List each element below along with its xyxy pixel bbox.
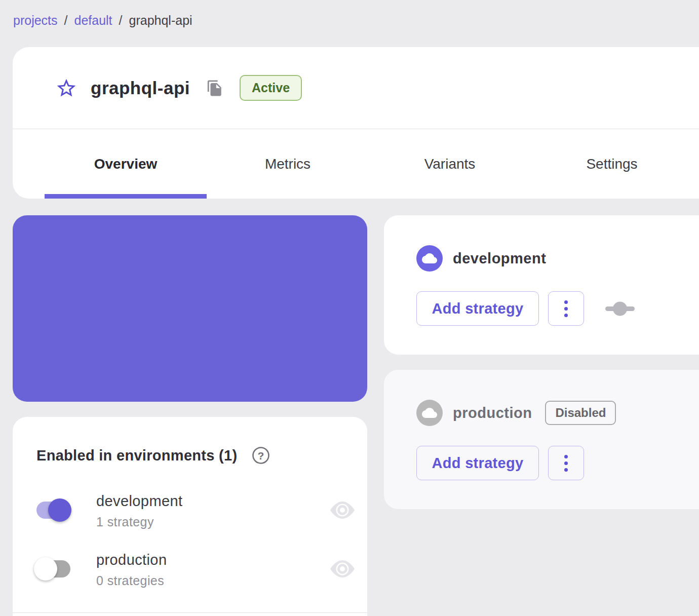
- feature-toggle-page: projects / default / graphql-api graphql…: [0, 0, 699, 616]
- environment-header: development: [416, 245, 546, 272]
- environment-name: development: [453, 250, 546, 267]
- strategy-indicator-icon: [605, 299, 635, 318]
- status-badge: Active: [240, 75, 302, 101]
- breadcrumb-separator: /: [119, 13, 123, 28]
- favorite-button[interactable]: [55, 77, 77, 99]
- tab-metrics[interactable]: Metrics: [207, 129, 369, 199]
- environment-header: production Disabled: [416, 400, 616, 426]
- environment-actions: Add strategy: [416, 291, 635, 326]
- environment-avatar: [416, 245, 443, 272]
- eye-icon[interactable]: [330, 560, 355, 580]
- toggle-thumb: [34, 557, 57, 581]
- tab-label: Metrics: [265, 156, 310, 172]
- copy-name-button[interactable]: [206, 80, 223, 97]
- feature-title: graphql-api: [91, 78, 190, 98]
- cloud-icon: [422, 251, 437, 266]
- active-tab-indicator: [45, 194, 207, 199]
- environment-avatar: [416, 400, 443, 426]
- environment-row-strategies: 1 strategy: [96, 515, 154, 529]
- environment-row-strategies: 0 strategies: [96, 573, 164, 588]
- card-bottom-divider: [13, 612, 367, 613]
- add-strategy-button[interactable]: Add strategy: [416, 291, 539, 326]
- environment-row-name: production: [96, 552, 167, 568]
- tab-label: Settings: [586, 156, 637, 172]
- add-strategy-button[interactable]: Add strategy: [416, 446, 539, 480]
- breadcrumb: projects / default / graphql-api: [13, 13, 192, 28]
- disabled-badge: Disabled: [545, 401, 616, 425]
- feature-header-row: graphql-api Active: [13, 47, 699, 129]
- toggle-production[interactable]: [36, 560, 70, 578]
- release-toggle-card: Release toggle Project: default No descr…: [13, 215, 367, 402]
- feature-header-card: graphql-api Active Overview Metrics Vari…: [13, 47, 699, 199]
- environment-card-production: production Disabled Add strategy: [384, 370, 699, 509]
- breadcrumb-current: graphql-api: [129, 13, 192, 28]
- kebab-dot: [564, 314, 568, 317]
- environment-menu-button[interactable]: [548, 291, 584, 326]
- tab-settings[interactable]: Settings: [531, 129, 693, 199]
- enabled-environments-title: Enabled in environments (1): [36, 447, 237, 464]
- breadcrumb-link-projects[interactable]: projects: [13, 13, 58, 28]
- enabled-environments-card: Enabled in environments (1) ? developmen…: [13, 417, 367, 616]
- star-outline-icon: [55, 77, 77, 99]
- environment-row-name: development: [96, 493, 182, 510]
- toggle-development[interactable]: [36, 502, 70, 519]
- tab-label: Variants: [424, 156, 476, 172]
- help-icon: ?: [251, 446, 270, 465]
- kebab-dot: [564, 455, 568, 458]
- tab-bar: Overview Metrics Variants Settings: [13, 129, 699, 199]
- environment-actions: Add strategy: [416, 446, 584, 480]
- tab-variants[interactable]: Variants: [369, 129, 531, 199]
- kebab-dot: [564, 468, 568, 472]
- copy-icon: [206, 80, 223, 97]
- kebab-dot: [564, 307, 568, 311]
- environment-card-development: development Add strategy: [384, 215, 699, 355]
- tab-overview[interactable]: Overview: [45, 129, 207, 199]
- environment-menu-button[interactable]: [548, 446, 584, 480]
- breadcrumb-link-default[interactable]: default: [74, 13, 112, 28]
- help-button[interactable]: ?: [251, 446, 270, 465]
- enabled-environments-header: Enabled in environments (1) ?: [36, 446, 270, 465]
- eye-icon[interactable]: [330, 502, 355, 521]
- breadcrumb-separator: /: [64, 13, 68, 28]
- tab-label: Overview: [94, 156, 158, 172]
- svg-text:?: ?: [258, 450, 264, 461]
- environment-name: production: [453, 405, 532, 421]
- cloud-icon: [422, 405, 437, 420]
- toggle-thumb: [48, 498, 71, 522]
- kebab-dot: [564, 300, 568, 304]
- kebab-dot: [564, 461, 568, 465]
